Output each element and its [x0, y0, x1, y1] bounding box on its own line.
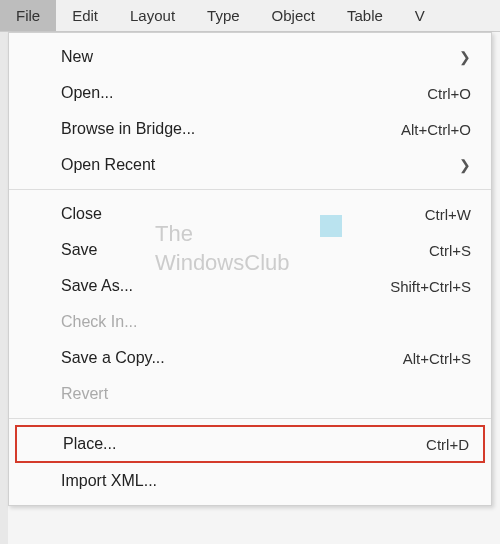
menu-item-label: Check In...	[61, 313, 471, 331]
menu-item-save[interactable]: SaveCtrl+S	[9, 232, 491, 268]
menu-item-import-xml[interactable]: Import XML...	[9, 463, 491, 499]
menu-item-label: Close	[61, 205, 425, 223]
menu-item-place[interactable]: Place...Ctrl+D	[15, 425, 485, 463]
menu-item-save-as[interactable]: Save As...Shift+Ctrl+S	[9, 268, 491, 304]
menu-item-label: Browse in Bridge...	[61, 120, 401, 138]
menu-item-revert: Revert	[9, 376, 491, 412]
menu-item-shortcut: Alt+Ctrl+S	[403, 350, 471, 367]
menu-item-label: Import XML...	[61, 472, 471, 490]
menu-edit[interactable]: Edit	[56, 0, 114, 31]
menu-item-label: Open...	[61, 84, 427, 102]
menu-item-shortcut: Ctrl+S	[429, 242, 471, 259]
menubar: FileEditLayoutTypeObjectTableV	[0, 0, 500, 32]
menu-item-browse-in-bridge[interactable]: Browse in Bridge...Alt+Ctrl+O	[9, 111, 491, 147]
menu-item-label: Save	[61, 241, 429, 259]
separator	[9, 189, 491, 190]
chevron-right-icon: ❯	[459, 49, 471, 65]
menu-table[interactable]: Table	[331, 0, 399, 31]
menu-item-shortcut: Shift+Ctrl+S	[390, 278, 471, 295]
menu-v[interactable]: V	[399, 0, 441, 31]
menu-item-label: Save a Copy...	[61, 349, 403, 367]
menu-item-label: New	[61, 48, 459, 66]
menu-item-shortcut: Ctrl+D	[426, 436, 469, 453]
menu-item-label: Place...	[63, 435, 426, 453]
menu-item-new[interactable]: New❯	[9, 39, 491, 75]
menu-item-label: Revert	[61, 385, 471, 403]
menu-item-open[interactable]: Open...Ctrl+O	[9, 75, 491, 111]
menu-layout[interactable]: Layout	[114, 0, 191, 31]
menu-item-shortcut: Ctrl+W	[425, 206, 471, 223]
menu-item-close[interactable]: CloseCtrl+W	[9, 196, 491, 232]
menu-item-save-a-copy[interactable]: Save a Copy...Alt+Ctrl+S	[9, 340, 491, 376]
menu-item-label: Save As...	[61, 277, 390, 295]
chevron-right-icon: ❯	[459, 157, 471, 173]
menu-item-shortcut: Ctrl+O	[427, 85, 471, 102]
left-edge	[0, 32, 8, 544]
menu-item-label: Open Recent	[61, 156, 459, 174]
menu-object[interactable]: Object	[256, 0, 331, 31]
menu-file[interactable]: File	[0, 0, 56, 31]
separator	[9, 418, 491, 419]
menu-type[interactable]: Type	[191, 0, 256, 31]
file-dropdown-menu: New❯Open...Ctrl+OBrowse in Bridge...Alt+…	[8, 32, 492, 506]
menu-item-open-recent[interactable]: Open Recent❯	[9, 147, 491, 183]
menu-item-shortcut: Alt+Ctrl+O	[401, 121, 471, 138]
menu-item-check-in: Check In...	[9, 304, 491, 340]
